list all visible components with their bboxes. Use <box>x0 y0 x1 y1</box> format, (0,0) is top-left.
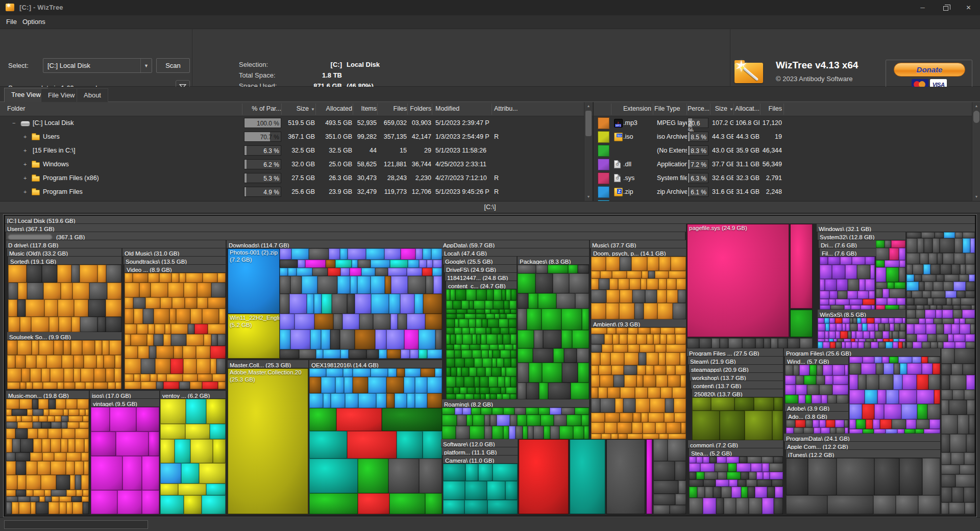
treemap-file-cell[interactable] <box>804 375 816 385</box>
treemap-file-cell[interactable] <box>578 363 589 383</box>
treemap-file-cell[interactable] <box>800 338 813 348</box>
treemap-file-cell[interactable] <box>125 346 138 359</box>
treemap-file-cell[interactable] <box>632 290 645 303</box>
treemap-file-cell[interactable] <box>937 305 942 310</box>
treemap-file-cell[interactable] <box>160 484 178 495</box>
treemap-file-cell[interactable] <box>385 276 391 294</box>
treemap-file-cell[interactable] <box>922 363 933 374</box>
treemap-region-label[interactable]: Stea... (5.2 GB) <box>689 448 783 457</box>
treemap-file-cell[interactable] <box>442 426 456 439</box>
treemap-file-cell[interactable] <box>197 359 210 374</box>
treemap-file-cell[interactable] <box>960 465 975 474</box>
treemap-file-cell[interactable] <box>138 346 149 359</box>
treemap-file-cell[interactable] <box>382 408 442 431</box>
treemap-file-cell[interactable] <box>21 416 32 422</box>
treemap-file-cell[interactable] <box>813 420 819 427</box>
treemap-file-cell[interactable] <box>139 283 151 297</box>
treemap-file-cell[interactable] <box>959 274 969 282</box>
treemap-file-cell[interactable] <box>106 299 121 317</box>
treemap-file-cell[interactable] <box>45 496 52 502</box>
treemap-file-cell[interactable] <box>455 358 464 367</box>
treemap-file-cell[interactable] <box>33 409 43 416</box>
treemap-file-cell[interactable] <box>415 248 423 260</box>
treemap-file-cell[interactable] <box>955 232 963 238</box>
treemap-file-cell[interactable] <box>66 461 75 475</box>
treemap-file-cell[interactable] <box>830 427 836 434</box>
treemap-file-cell[interactable] <box>600 398 615 413</box>
treemap-region-label[interactable]: Windows\ (32.1 GB) <box>817 224 975 232</box>
treemap-block[interactable] <box>790 224 813 309</box>
treemap-file-cell[interactable] <box>41 368 50 382</box>
treemap-file-cell[interactable] <box>487 481 505 500</box>
treemap-file-cell[interactable] <box>643 422 655 434</box>
treemap-file-cell[interactable] <box>280 276 290 294</box>
treemap-file-cell[interactable] <box>966 264 975 274</box>
treemap-file-cell[interactable] <box>930 305 937 310</box>
treemap-file-cell[interactable] <box>371 368 388 377</box>
treemap-file-cell[interactable] <box>844 420 848 427</box>
treemap-file-cell[interactable] <box>687 338 699 348</box>
treemap-file-cell[interactable] <box>186 273 203 283</box>
treemap-file-cell[interactable] <box>941 452 951 465</box>
treemap-file-cell[interactable] <box>736 498 749 514</box>
treemap-file-cell[interactable] <box>535 273 553 293</box>
treemap-file-cell[interactable] <box>518 293 528 309</box>
treemap-file-cell[interactable] <box>670 505 686 514</box>
treemap-file-cell[interactable] <box>106 317 121 332</box>
treemap-file-cell[interactable] <box>904 429 915 434</box>
treemap-file-cell[interactable] <box>46 355 62 368</box>
treemap-file-cell[interactable] <box>469 300 474 309</box>
treemap-file-cell[interactable] <box>484 426 492 439</box>
treemap-file-cell[interactable] <box>198 374 212 382</box>
treemap-file-cell[interactable] <box>509 426 516 439</box>
treemap-file-cell[interactable] <box>817 365 823 375</box>
treemap-file-cell[interactable] <box>591 434 601 439</box>
treemap-file-cell[interactable] <box>620 290 632 303</box>
treemap-file-cell[interactable] <box>518 383 526 399</box>
treemap-file-cell[interactable] <box>970 238 975 253</box>
treemap-file-cell[interactable] <box>125 359 141 374</box>
treemap-file-cell[interactable] <box>836 427 845 434</box>
treemap-file-cell[interactable] <box>509 300 517 309</box>
treemap-file-cell[interactable] <box>842 318 850 323</box>
treemap-file-cell[interactable] <box>199 463 226 484</box>
treemap-file-cell[interactable] <box>704 472 718 479</box>
treemap-file-cell[interactable] <box>160 424 185 439</box>
treemap-file-cell[interactable] <box>66 490 76 496</box>
treemap-file-cell[interactable] <box>475 327 486 334</box>
treemap-file-cell[interactable] <box>64 382 75 389</box>
treemap-file-cell[interactable] <box>15 452 30 461</box>
treemap-file-cell[interactable] <box>917 390 934 404</box>
treemap-file-cell[interactable] <box>37 461 51 475</box>
treemap-file-cell[interactable] <box>636 375 643 387</box>
treemap-file-cell[interactable] <box>217 334 226 346</box>
treemap-file-cell[interactable] <box>906 264 913 274</box>
treemap-file-cell[interactable] <box>912 291 922 298</box>
treemap-file-cell[interactable] <box>442 408 455 415</box>
treemap-file-cell[interactable] <box>501 367 506 376</box>
treemap-file-cell[interactable] <box>899 248 905 260</box>
treemap-file-cell[interactable] <box>125 309 134 324</box>
treemap-file-cell[interactable] <box>863 357 874 363</box>
treemap-file-cell[interactable] <box>366 349 379 359</box>
treemap-file-cell[interactable] <box>960 264 966 274</box>
treemap-file-cell[interactable] <box>668 434 686 439</box>
treemap-file-cell[interactable] <box>940 238 954 253</box>
treemap-file-cell[interactable] <box>953 282 966 291</box>
treemap-file-cell[interactable] <box>807 385 819 395</box>
treemap-file-cell[interactable] <box>204 334 211 346</box>
treemap-file-cell[interactable] <box>952 487 964 502</box>
treemap-file-cell[interactable] <box>75 382 85 389</box>
treemap-file-cell[interactable] <box>456 309 467 314</box>
treemap-file-cell[interactable] <box>423 248 431 260</box>
treemap-file-cell[interactable] <box>637 365 646 375</box>
treemap-file-cell[interactable] <box>457 415 467 426</box>
treemap-file-cell[interactable] <box>492 358 497 367</box>
collapse-icon[interactable]: − <box>12 120 17 126</box>
treemap-file-cell[interactable] <box>28 428 38 439</box>
treemap-file-cell[interactable] <box>310 330 321 349</box>
treemap-file-cell[interactable] <box>827 495 873 514</box>
treemap-file-cell[interactable] <box>106 368 114 382</box>
treemap-file-cell[interactable] <box>899 331 905 339</box>
treemap-file-cell[interactable] <box>769 463 783 472</box>
